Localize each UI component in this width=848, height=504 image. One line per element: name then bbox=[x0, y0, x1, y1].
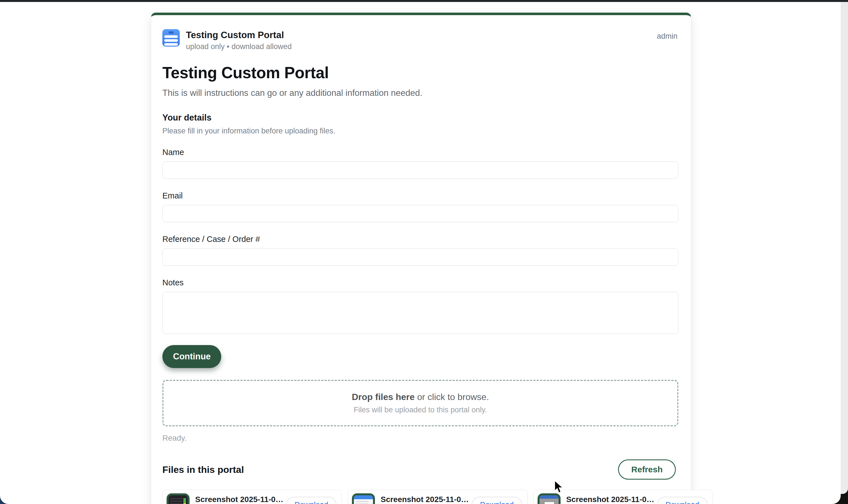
continue-button[interactable]: Continue bbox=[162, 345, 221, 368]
dropzone-text: Drop files here or click to browse. bbox=[352, 392, 489, 402]
details-subheading: Please fill in your information before u… bbox=[162, 127, 677, 136]
file-card: Screenshot 2025-11-0… 753.5 KB Download bbox=[348, 490, 527, 504]
screen-top-edge bbox=[0, 0, 848, 2]
name-field[interactable] bbox=[162, 161, 678, 179]
file-thumbnail bbox=[537, 493, 561, 504]
portal-permissions: upload only • download allowed bbox=[186, 42, 292, 51]
files-heading: Files in this portal bbox=[162, 464, 244, 475]
file-card: Screenshot 2025-11-0… 693.6 KB Download bbox=[162, 490, 342, 504]
page-title: Testing Custom Portal bbox=[162, 64, 677, 82]
name-label: Name bbox=[162, 148, 677, 157]
files-section-header: Files in this portal Refresh bbox=[162, 460, 677, 480]
portal-card: Testing Custom Portal upload only • down… bbox=[151, 13, 691, 504]
server-stack-icon bbox=[162, 29, 180, 47]
email-label: Email bbox=[162, 191, 677, 200]
file-thumbnail bbox=[352, 493, 375, 504]
file-name: Screenshot 2025-11-0… bbox=[381, 495, 469, 504]
portal-name: Testing Custom Portal bbox=[186, 29, 292, 41]
reference-label: Reference / Case / Order # bbox=[162, 235, 677, 244]
background-window-edge bbox=[841, 2, 848, 494]
desktop: Testing Custom Portal upload only • down… bbox=[0, 0, 848, 504]
page-description: This is will instructions can go or any … bbox=[162, 88, 677, 98]
details-heading: Your details bbox=[162, 113, 677, 123]
dropzone-note: Files will be uploaded to this portal on… bbox=[354, 406, 487, 414]
download-button[interactable]: Download bbox=[472, 497, 522, 504]
mouse-cursor bbox=[554, 480, 565, 494]
notes-field[interactable] bbox=[162, 292, 678, 334]
portal-card-header: Testing Custom Portal upload only • down… bbox=[162, 29, 677, 51]
browser-page: Testing Custom Portal upload only • down… bbox=[0, 2, 841, 504]
user-role-label: admin bbox=[657, 32, 677, 41]
reference-field[interactable] bbox=[162, 248, 678, 266]
status-text: Ready. bbox=[162, 434, 677, 443]
download-button[interactable]: Download bbox=[286, 497, 336, 504]
refresh-button[interactable]: Refresh bbox=[618, 460, 676, 480]
email-field[interactable] bbox=[162, 205, 678, 222]
file-thumbnail bbox=[166, 493, 190, 504]
file-dropzone[interactable]: Drop files here or click to browse. File… bbox=[162, 380, 678, 426]
file-name: Screenshot 2025-11-0… bbox=[195, 495, 283, 504]
file-name: Screenshot 2025-11-0… bbox=[566, 495, 654, 504]
notes-label: Notes bbox=[162, 278, 677, 287]
files-grid: Screenshot 2025-11-0… 693.6 KB Download … bbox=[162, 490, 677, 504]
download-button[interactable]: Download bbox=[657, 497, 707, 504]
